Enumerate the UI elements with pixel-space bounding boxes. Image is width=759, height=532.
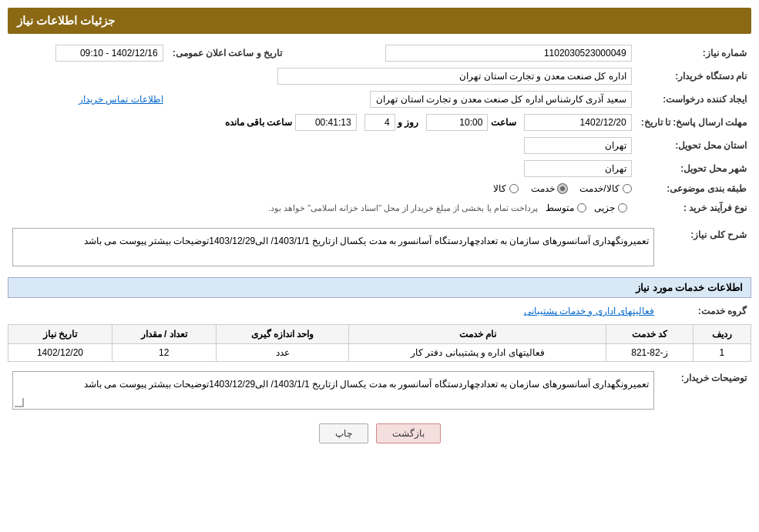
group-khadamat-label: گروه خدمت: <box>659 303 751 320</box>
print-button[interactable]: چاپ <box>319 423 368 443</box>
tosihaat-table: توضیحات خریدار: تعمیرونگهداری آسانسورهای… <box>8 368 751 413</box>
shomara-niaz-input: 1102030523000049 <box>385 45 632 62</box>
tosihaat-desc-box: تعمیرونگهداری آسانسورهای سازمان به تعداد… <box>12 371 654 410</box>
purchase-type-group: جزیی متوسط پرداخت تمام یا بخشی از مبلغ خ… <box>12 200 632 216</box>
table-cell-radif: 1 <box>693 344 751 362</box>
table-row: 1ز-82-821فعالیتهای اداره و پشتیبانی دفتر… <box>8 344 751 362</box>
col-tarikh: تاریخ نیاز <box>8 325 113 344</box>
sharh-desc-box: تعمیرونگهداری آسانسورهای سازمان به تعداد… <box>12 228 654 266</box>
group-khadamat-value: فعالیتهای اداری و خدمات پشتیبانی <box>8 303 659 320</box>
farayand-label: نوع فرآیند خرید : <box>636 197 751 219</box>
mohlat-row: 1402/12/20 ساعت 10:00 روز و 4 00:41:13 س… <box>8 111 636 134</box>
tarikh-value: 1402/12/16 - 09:10 <box>8 42 168 65</box>
radio-khadamat-label: خدمت <box>531 183 555 194</box>
pt-jozoi-circle <box>618 203 627 212</box>
table-cell-tedad: 12 <box>112 344 216 362</box>
ijad-konande-label: ایجاد کننده درخواست: <box>636 88 751 111</box>
tarikh-label: تاریخ و ساعت اعلان عمومی: <box>168 42 287 65</box>
tarikh-input: 1402/12/16 - 09:10 <box>55 45 163 62</box>
rooz-label: روز و <box>398 117 418 128</box>
tosihaat-value-cell: تعمیرونگهداری آسانسورهای سازمان به تعداد… <box>8 368 659 413</box>
button-row: بازگشت چاپ <box>8 423 751 443</box>
shahr-tahvil-value: تهران <box>8 157 636 180</box>
ijad-konande-value: سعید آذری کارشناس اداره کل صنعت معدن و ت… <box>168 88 636 111</box>
nam-dastgah-label: نام دستگاه خریدار: <box>636 65 751 88</box>
col-nam: نام خدمت <box>349 325 606 344</box>
radio-kala-khadamat[interactable]: کالا/خدمت <box>579 183 631 194</box>
col-radif: ردیف <box>693 325 751 344</box>
table-cell-vahed: عدد <box>216 344 349 362</box>
table-cell-tarikh: 1402/12/20 <box>8 344 113 362</box>
mohlat-rooz-input: 4 <box>364 114 395 131</box>
radio-kala-circle <box>509 184 519 193</box>
category-radio-group: کالا/خدمت خدمت کالا <box>12 183 632 194</box>
mohlat-label: مهلت ارسال پاسخ: تا تاریخ: <box>636 111 751 134</box>
col-tedad: تعداد / مقدار <box>112 325 216 344</box>
sharh-value-cell: تعمیرونگهداری آسانسورهای سازمان به تعداد… <box>8 225 659 269</box>
pt-jozoi-label: جزیی <box>594 202 615 213</box>
nam-dastgah-value: اداره کل صنعت معدن و تجارت استان تهران <box>8 65 636 88</box>
services-table: ردیف کد خدمت نام خدمت واحد اندازه گیری ت… <box>8 324 751 362</box>
shomara-niaz-value: 1102030523000049 <box>287 42 636 65</box>
tabaqe-value: کالا/خدمت خدمت کالا <box>8 180 636 197</box>
ostan-tahvil-input: تهران <box>524 137 632 154</box>
ettelaat-tamas-link[interactable]: اطلاعات تماس خریدار <box>79 94 163 105</box>
main-content: شماره نیاز: 1102030523000049 تاریخ و ساع… <box>8 42 751 443</box>
back-button[interactable]: بازگشت <box>376 423 441 443</box>
radio-kala-label: کالا <box>493 183 506 194</box>
col-vahed: واحد اندازه گیری <box>216 325 349 344</box>
group-khadamat-table: گروه خدمت: فعالیتهای اداری و خدمات پشتیب… <box>8 303 751 320</box>
sharh-table: شرح کلی نیاز: تعمیرونگهداری آسانسورهای س… <box>8 225 751 269</box>
mohlat-mande-input: 00:41:13 <box>295 114 357 131</box>
radio-khadamat[interactable]: خدمت <box>531 183 567 194</box>
table-cell-kod_khadamat: ز-82-821 <box>606 344 694 362</box>
col-kod: کد خدمت <box>606 325 694 344</box>
tosihaat-text: تعمیرونگهداری آسانسورهای سازمان به تعداد… <box>84 379 649 390</box>
pt-jozoi[interactable]: جزیی <box>594 202 627 213</box>
pt-motosat-label: متوسط <box>546 202 574 213</box>
tabaqe-label: طبقه بندی موضوعی: <box>636 180 751 197</box>
shomara-niaz-label: شماره نیاز: <box>636 42 751 65</box>
mohlat-saaat-input: 10:00 <box>426 114 488 131</box>
farayand-value: جزیی متوسط پرداخت تمام یا بخشی از مبلغ خ… <box>8 197 636 219</box>
saaat-baqi-label: ساعت باقی مانده <box>225 117 293 128</box>
pt-motosat-circle <box>577 203 586 212</box>
page-wrapper: جزئیات اطلاعات نیاز شماره نیاز: 11020305… <box>0 0 759 532</box>
group-khadamat-link[interactable]: فعالیتهای اداری و خدمات پشتیبانی <box>524 306 654 316</box>
ettelaat-link-cell[interactable]: اطلاعات تماس خریدار <box>8 88 168 111</box>
ostan-tahvil-value: تهران <box>8 134 636 157</box>
services-section-title: اطلاعات خدمات مورد نیاز <box>8 277 751 298</box>
shahr-tahvil-label: شهر محل تحویل: <box>636 157 751 180</box>
radio-kala-khadamat-circle <box>623 184 632 193</box>
shahr-tahvil-input: تهران <box>524 160 632 177</box>
table-cell-nam_khadamat: فعالیتهای اداره و پشتیبانی دفتر کار <box>349 344 606 362</box>
ijad-konande-input: سعید آذری کارشناس اداره کل صنعت معدن و ت… <box>370 91 632 108</box>
sharh-label: شرح کلی نیاز: <box>659 225 751 269</box>
ostan-tahvil-label: استان محل تحویل: <box>636 134 751 157</box>
page-title: جزئیات اطلاعات نیاز <box>8 8 751 34</box>
radio-kala-khadamat-label: کالا/خدمت <box>579 183 619 194</box>
info-table: شماره نیاز: 1102030523000049 تاریخ و ساع… <box>8 42 751 219</box>
resize-handle-icon <box>15 398 24 407</box>
radio-khadamat-circle <box>558 184 567 193</box>
farayand-desc: پرداخت تمام یا بخشی از مبلغ خریدار از مح… <box>268 203 538 213</box>
tosihaat-label: توضیحات خریدار: <box>659 368 751 413</box>
saaat-label: ساعت <box>491 117 516 128</box>
mohlat-date-input: 1402/12/20 <box>524 114 632 131</box>
radio-kala[interactable]: کالا <box>493 183 519 194</box>
nam-dastgah-input: اداره کل صنعت معدن و تجارت استان تهران <box>277 68 632 85</box>
pt-motosat[interactable]: متوسط <box>546 202 586 213</box>
